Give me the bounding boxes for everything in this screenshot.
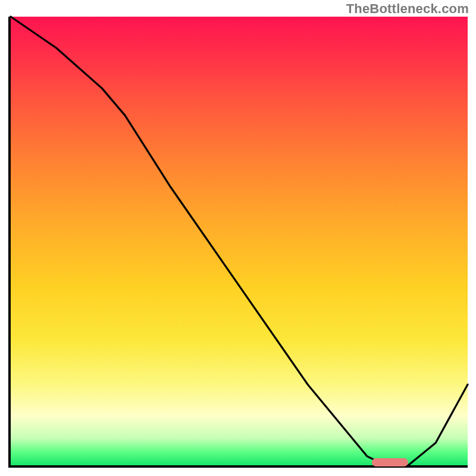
chart-container: TheBottleneck.com xyxy=(0,0,476,476)
bottleneck-curve xyxy=(11,17,468,465)
watermark-text: TheBottleneck.com xyxy=(346,1,469,17)
minimum-marker-pill xyxy=(372,458,408,466)
curve-path xyxy=(11,17,468,465)
